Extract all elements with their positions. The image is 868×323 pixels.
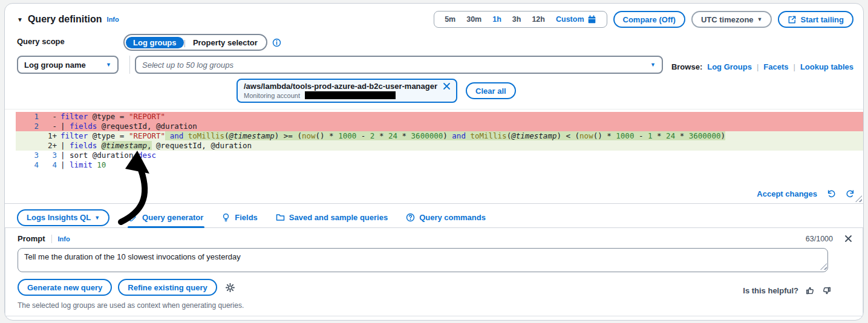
divider: | bbox=[757, 62, 759, 71]
prompt-label: Prompt bbox=[18, 234, 45, 243]
line-number: - bbox=[39, 122, 57, 131]
editor-line[interactable]: 2+| fields @timestamp, @requestId, @dura… bbox=[16, 141, 863, 151]
editor-line[interactable]: 33| sort @duration desc bbox=[16, 151, 863, 160]
line-number: 4 bbox=[39, 160, 57, 170]
selected-log-group-chip: /aws/lambda/tools-prod-azure-ad-b2c-user… bbox=[237, 79, 457, 103]
time-range-12h[interactable]: 12h bbox=[527, 15, 549, 24]
question-circle-icon bbox=[406, 213, 415, 222]
undo-icon[interactable] bbox=[827, 189, 836, 198]
tab-saved-and-sample-queries[interactable]: Saved and sample queries bbox=[275, 207, 389, 227]
remove-chip-icon[interactable] bbox=[442, 82, 451, 91]
info-icon[interactable] bbox=[272, 38, 281, 47]
line-number: 3 bbox=[39, 151, 57, 160]
scope-toggle: Log groups|Property selector bbox=[123, 34, 267, 51]
line-number: 2+ bbox=[39, 141, 57, 151]
tab-query-commands[interactable]: Query commands bbox=[405, 207, 487, 227]
chevron-down-icon: ▼ bbox=[94, 215, 100, 221]
browse-link-log-groups[interactable]: Log Groups bbox=[707, 62, 752, 71]
log-group-name-select[interactable]: Log group name ▼ bbox=[17, 56, 119, 74]
tab-fields[interactable]: Fields bbox=[220, 207, 259, 227]
timezone-dropdown[interactable]: UTC timezone ▼ bbox=[691, 11, 772, 28]
line-number: - bbox=[39, 112, 57, 122]
refine-existing-query-button[interactable]: Refine existing query bbox=[118, 279, 217, 296]
compare-button[interactable]: Compare (Off) bbox=[613, 11, 685, 28]
time-range-1h[interactable]: 1h bbox=[488, 15, 506, 24]
chevron-down-icon: ▼ bbox=[106, 62, 111, 68]
context-helper-text: The selected log groups are used as cont… bbox=[18, 301, 853, 310]
prompt-textarea[interactable]: Tell me the duration of the 10 slowest i… bbox=[18, 248, 828, 272]
browse-links: Browse: Log Groups|Facets|Lookup tables bbox=[671, 56, 853, 74]
chevron-down-icon: ▼ bbox=[757, 16, 763, 22]
code-text: | fields @timestamp, @requestId, @durati… bbox=[57, 141, 252, 151]
line-number: 1 bbox=[16, 112, 39, 122]
divider: | bbox=[793, 62, 795, 71]
redacted-account-id bbox=[305, 91, 396, 99]
line-number bbox=[16, 141, 39, 151]
chevron-down-icon[interactable]: ▼ bbox=[650, 62, 656, 68]
code-text: filter @type = "REPORT" and toMillis(@ti… bbox=[57, 131, 725, 141]
thumbs-up-icon[interactable] bbox=[806, 286, 815, 295]
tab-label: Query commands bbox=[419, 213, 486, 222]
divider bbox=[129, 56, 130, 74]
query-generator-panel: Prompt Info 63/1000 Tell me the duration… bbox=[5, 228, 863, 316]
header: ▼ Query definition Info 5m30m1h3h12h Cus… bbox=[5, 4, 863, 33]
header-info-link[interactable]: Info bbox=[107, 16, 119, 23]
query-definition-panel: ▼ Query definition Info 5m30m1h3h12h Cus… bbox=[4, 3, 864, 321]
code-text: | fields @requestId, @duration bbox=[57, 122, 197, 131]
editor-line[interactable]: 44| limit 10 bbox=[16, 160, 863, 170]
query-scope-label: Query scope bbox=[17, 34, 123, 51]
editor-tabbar: Logs Insights QL ▼ Query generatorFields… bbox=[5, 204, 863, 228]
tab-label: Fields bbox=[235, 213, 258, 222]
query-editor[interactable]: 1-filter @type = "REPORT"2-| fields @req… bbox=[5, 109, 863, 204]
footer-actions: Run query Cancel Save Schedule query ▼ H… bbox=[5, 316, 863, 321]
time-range-custom[interactable]: Custom bbox=[552, 15, 601, 24]
browse-link-lookup-tables[interactable]: Lookup tables bbox=[800, 62, 853, 71]
query-scope-section: Query scope Log groups|Property selector… bbox=[5, 33, 863, 103]
char-counter: 63/1000 bbox=[806, 235, 833, 243]
code-text: | sort @duration desc bbox=[57, 151, 156, 160]
editor-line[interactable]: 1+filter @type = "REPORT" and toMillis(@… bbox=[16, 131, 863, 141]
page-title: Query definition bbox=[28, 14, 102, 25]
tab-query-generator[interactable]: Query generator bbox=[128, 207, 204, 227]
accept-changes-link[interactable]: Accept changes bbox=[757, 189, 817, 198]
editor-line[interactable]: 1-filter @type = "REPORT" bbox=[16, 112, 863, 122]
line-number: 3 bbox=[16, 151, 39, 160]
time-range-3h[interactable]: 3h bbox=[508, 15, 526, 24]
folder-icon bbox=[276, 213, 285, 222]
editor-resize-handle[interactable] bbox=[855, 195, 862, 202]
redo-icon[interactable] bbox=[846, 189, 855, 198]
collapse-caret-icon[interactable]: ▼ bbox=[17, 16, 23, 23]
start-tailing-button[interactable]: Start tailing bbox=[778, 11, 853, 28]
generate-new-query-button[interactable]: Generate new query bbox=[18, 279, 112, 296]
clear-all-button[interactable]: Clear all bbox=[466, 82, 516, 99]
log-group-search-input[interactable]: Select up to 50 log groups ▼ bbox=[135, 56, 663, 74]
time-range-30m[interactable]: 30m bbox=[462, 15, 486, 24]
pencil-sparkle-icon bbox=[129, 213, 138, 222]
external-link-icon bbox=[788, 15, 797, 24]
line-number bbox=[16, 131, 39, 141]
scope-toggle-property-selector[interactable]: Property selector bbox=[186, 37, 265, 48]
tab-label: Query generator bbox=[142, 213, 203, 222]
bulb-icon bbox=[221, 213, 230, 222]
line-number: 1+ bbox=[39, 131, 57, 141]
browse-link-facets[interactable]: Facets bbox=[763, 62, 788, 71]
tab-label: Saved and sample queries bbox=[289, 213, 388, 222]
line-number: 2 bbox=[16, 122, 39, 131]
thumbs-down-icon[interactable] bbox=[822, 286, 831, 295]
prompt-info-link[interactable]: Info bbox=[58, 235, 70, 243]
code-text: | limit 10 bbox=[57, 160, 106, 170]
scope-toggle-log-groups[interactable]: Log groups bbox=[126, 37, 184, 48]
time-range-5m[interactable]: 5m bbox=[440, 15, 460, 24]
query-language-dropdown[interactable]: Logs Insights QL ▼ bbox=[17, 209, 109, 226]
editor-line[interactable]: 2-| fields @requestId, @duration bbox=[16, 122, 863, 131]
monitoring-account-label: Monitoring account bbox=[244, 92, 300, 99]
time-range-group: 5m30m1h3h12h Custom bbox=[434, 11, 607, 28]
close-icon[interactable] bbox=[844, 234, 853, 243]
helpful-label: Is this helpful? bbox=[743, 286, 798, 295]
calendar-icon bbox=[587, 15, 596, 24]
log-group-chip-name: /aws/lambda/tools-prod-azure-ad-b2c-user… bbox=[244, 82, 437, 91]
divider bbox=[51, 235, 52, 243]
gear-icon[interactable] bbox=[226, 283, 235, 292]
code-text: filter @type = "REPORT" bbox=[57, 112, 165, 122]
line-number: 4 bbox=[16, 160, 39, 170]
